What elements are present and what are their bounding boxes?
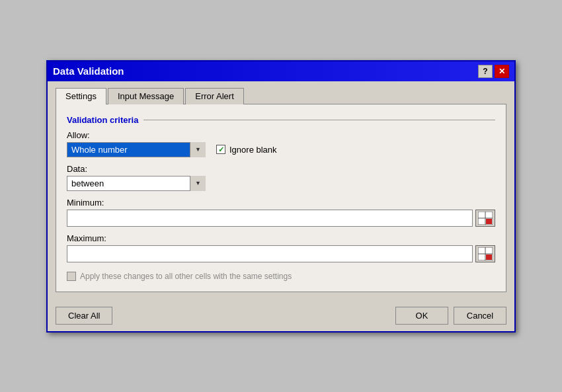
data-select[interactable]: between not between equal to not equal t… [67,176,206,191]
allow-inline: Whole number Decimal List Date Time Text… [67,142,495,157]
section-header: Validation criteria [67,115,495,125]
allow-select[interactable]: Whole number Decimal List Date Time Text… [67,142,206,157]
help-button[interactable]: ? [478,65,493,78]
allow-row: Allow: Whole number Decimal List Date Ti… [67,130,495,157]
tab-content-settings: Validation criteria Allow: Whole number … [56,104,506,292]
clear-all-button[interactable]: Clear All [56,307,112,325]
apply-changes-checkbox[interactable] [67,272,76,281]
apply-changes-row: Apply these changes to all other cells w… [67,272,495,281]
tab-error-alert[interactable]: Error Alert [185,88,244,104]
data-validation-dialog: Data Validation ? ✕ Settings Input Messa… [46,60,516,333]
svg-rect-7 [486,255,492,260]
data-row: Data: between not between equal to not e… [67,164,495,191]
ignore-blank-label[interactable]: ✓ Ignore blank [216,145,277,155]
maximum-input[interactable] [67,245,473,262]
maximum-cell-ref-icon [478,247,493,260]
minimum-label: Minimum: [67,198,495,208]
checkmark-icon: ✓ [218,145,224,154]
maximum-row: Maximum: [67,233,495,262]
title-bar-buttons: ? ✕ [478,65,509,78]
maximum-cell-ref-button[interactable] [475,245,495,262]
tab-settings[interactable]: Settings [56,88,106,104]
ignore-blank-checkbox[interactable]: ✓ [216,145,225,154]
data-label: Data: [67,164,495,174]
dialog-title: Data Validation [53,65,124,77]
allow-select-wrapper: Whole number Decimal List Date Time Text… [67,142,206,157]
ok-button[interactable]: OK [395,307,448,325]
dialog-body: Settings Input Message Error Alert Valid… [48,81,514,300]
dialog-footer: Clear All OK Cancel [48,300,514,331]
cancel-button[interactable]: Cancel [454,307,506,325]
minimum-input-row [67,210,495,227]
maximum-label: Maximum: [67,233,495,243]
apply-changes-label: Apply these changes to all other cells w… [80,272,292,281]
minimum-input[interactable] [67,210,473,227]
data-select-wrapper: between not between equal to not equal t… [67,176,206,191]
minimum-cell-ref-icon [478,212,493,225]
tab-strip: Settings Input Message Error Alert [56,88,506,104]
minimum-row: Minimum: [67,198,495,227]
allow-label: Allow: [67,130,495,140]
tab-input-message[interactable]: Input Message [108,88,184,104]
svg-rect-3 [486,219,492,224]
maximum-input-row [67,245,495,262]
title-bar: Data Validation ? ✕ [48,61,514,81]
close-button[interactable]: ✕ [495,65,509,78]
minimum-cell-ref-button[interactable] [475,210,495,227]
